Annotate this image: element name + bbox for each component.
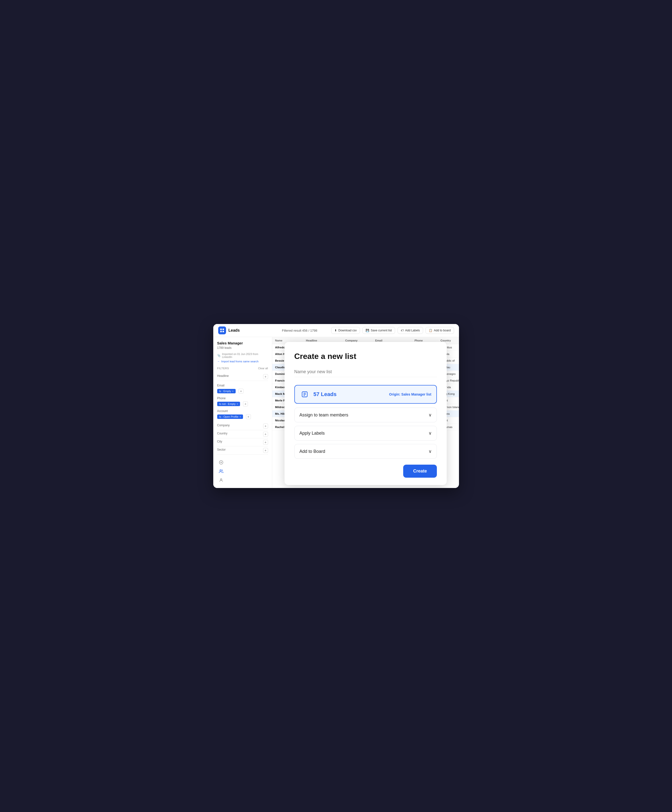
table-area: Name Headline Company Email Phone Countr… <box>272 337 459 488</box>
svg-rect-0 <box>220 329 222 330</box>
top-bar-left: Leads <box>218 326 277 334</box>
clear-all-button[interactable]: Clear all <box>258 367 268 370</box>
filter-add-city[interactable]: + <box>263 440 268 445</box>
list-title: Sales Manager <box>217 341 268 345</box>
download-icon: ⬇ <box>334 329 337 332</box>
nav-icon-avatar[interactable] <box>217 476 225 484</box>
sidebar: Sales Manager 1789 leads 📎 Imported on 0… <box>213 337 272 488</box>
top-bar-actions: ⬇ Download csv 💾 Save current list 🏷 Add… <box>331 327 454 334</box>
list-name-input[interactable] <box>294 367 437 377</box>
origin-list-name: Sales Manager <box>401 392 425 396</box>
apply-labels-accordion[interactable]: Apply Labels ∨ <box>294 426 437 440</box>
leads-count: 57 Leads <box>313 391 337 397</box>
svg-rect-3 <box>222 331 224 333</box>
modal-title: Create a new list <box>294 352 437 361</box>
save-icon: 💾 <box>366 329 369 332</box>
nav-icon-home[interactable] <box>217 459 225 466</box>
top-bar: Leads Filtered result 456 / 1798 ⬇ Downl… <box>213 324 459 337</box>
top-bar-center: Filtered result 456 / 1798 <box>277 329 331 333</box>
add-labels-button[interactable]: 🏷 Add Labels <box>398 327 423 334</box>
board-icon: 📋 <box>429 329 432 332</box>
filter-add-company[interactable]: + <box>263 423 268 428</box>
filter-section-phone: Phone Is not : Empty × + <box>217 397 268 406</box>
filter-item-country: Country + <box>217 430 268 438</box>
filter-section-headline: Headline + <box>217 373 268 381</box>
app-logo <box>218 326 226 334</box>
filter-add-phone[interactable]: + <box>243 401 248 406</box>
assign-team-chevron: ∨ <box>429 412 432 418</box>
add-board-accordion[interactable]: Add to Board ∨ <box>294 444 437 459</box>
svg-point-8 <box>220 479 222 480</box>
filters-header: FILTERS Clear all <box>217 367 268 370</box>
filter-section-email: Email Is : Empty × + <box>217 384 268 394</box>
filters-label: FILTERS <box>217 367 229 370</box>
create-list-modal: Create a new list 57 Leads <box>284 342 447 485</box>
leads-origin: Origin: Sales Manager list <box>389 392 432 396</box>
assign-team-accordion[interactable]: Assign to team members ∨ <box>294 408 437 422</box>
app-container: Leads Filtered result 456 / 1798 ⬇ Downl… <box>213 324 459 488</box>
account-filter-close[interactable]: × <box>239 415 241 418</box>
modal-overlay: Create a new list 57 Leads <box>272 337 459 488</box>
account-filter-tag: Is : Open Profile × <box>217 415 243 419</box>
filter-add-sector[interactable]: + <box>263 448 268 453</box>
filter-add-email[interactable]: + <box>238 389 243 394</box>
list-subtitle: 1789 leads <box>217 346 268 350</box>
svg-rect-2 <box>220 331 222 333</box>
svg-rect-1 <box>222 329 224 330</box>
leads-card: 57 Leads Origin: Sales Manager list <box>294 385 437 404</box>
filter-item-company: Company + <box>217 422 268 430</box>
svg-point-7 <box>219 469 221 471</box>
arrow-icon: → <box>217 360 220 363</box>
linkedin-icon: 📎 <box>217 354 221 357</box>
save-current-list-button[interactable]: 💾 Save current list <box>362 327 395 334</box>
filter-add-account[interactable]: + <box>246 414 251 419</box>
import-info: 📎 Imported on 01 Jun 2023 from LinkedIn <box>217 353 268 358</box>
page-title: Leads <box>228 328 240 333</box>
add-to-board-button[interactable]: 📋 Add to board <box>425 327 454 334</box>
nav-icon-contacts[interactable] <box>217 467 225 475</box>
import-link[interactable]: → Import lead froms same search <box>217 360 268 363</box>
filter-result: Filtered result 456 / 1798 <box>282 329 317 333</box>
filter-add-country[interactable]: + <box>263 432 268 437</box>
assign-team-label: Assign to team members <box>299 413 349 418</box>
phone-filter-close[interactable]: × <box>236 403 238 405</box>
phone-filter-tag: Is not : Empty × <box>217 402 240 406</box>
create-button[interactable]: Create <box>403 465 437 478</box>
apply-labels-chevron: ∨ <box>429 430 432 436</box>
modal-footer: Create <box>294 465 437 478</box>
filter-item-city: City + <box>217 438 268 447</box>
email-filter-close[interactable]: × <box>232 390 233 392</box>
filter-add-headline[interactable]: + <box>263 374 268 379</box>
leads-card-icon <box>300 389 310 399</box>
download-csv-button[interactable]: ⬇ Download csv <box>331 327 360 334</box>
filter-section-account: Account Is : Open Profile × + <box>217 409 268 419</box>
apply-labels-label: Apply Labels <box>299 431 325 436</box>
add-board-chevron: ∨ <box>429 449 432 454</box>
main-layout: Sales Manager 1789 leads 📎 Imported on 0… <box>213 337 459 488</box>
filter-item-headline: Headline + <box>217 373 268 381</box>
label-icon: 🏷 <box>401 329 404 332</box>
email-filter-tag: Is : Empty × <box>217 389 236 393</box>
filter-item-sector: Sector + <box>217 447 268 455</box>
add-board-label: Add to Board <box>299 449 325 454</box>
